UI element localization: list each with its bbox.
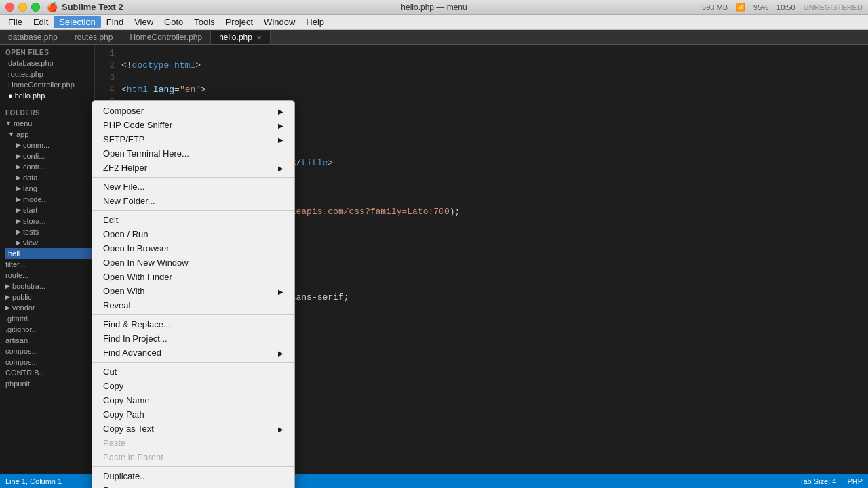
folder-start[interactable]: ▶start <box>11 205 94 216</box>
unregistered-badge: UNREGISTERED <box>804 3 863 12</box>
chevron-right-icon: ▶ <box>16 239 21 246</box>
chevron-right-icon: ▶ <box>16 185 21 192</box>
ctx-open-in-new-window[interactable]: Open In New Window <box>92 256 294 270</box>
sidebar-file-hello[interactable]: ● hello.php <box>0 90 94 101</box>
folder-comm[interactable]: ▶comm... <box>11 140 94 150</box>
file-contributing[interactable]: CONTRIB... <box>0 367 94 378</box>
tabs-bar: database.php routes.php HomeController.p… <box>0 30 868 45</box>
traffic-lights[interactable] <box>5 3 40 12</box>
chevron-right-icon: ▶ <box>16 163 21 170</box>
folder-lang[interactable]: ▶lang <box>11 183 94 194</box>
ctx-reveal[interactable]: Reveal <box>92 298 294 312</box>
file-phpunit[interactable]: phpunit... <box>0 378 94 389</box>
file-hello-active[interactable]: hell <box>5 248 94 259</box>
folder-tree-app: ▶comm... ▶confi... ▶contr... ▶data... ▶l… <box>11 140 94 248</box>
folder-app[interactable]: ▼ app <box>5 129 94 140</box>
folder-tests[interactable]: ▶tests <box>11 226 94 237</box>
menu-tools[interactable]: Tools <box>189 16 220 28</box>
tab-database-php[interactable]: database.php <box>0 30 66 44</box>
menu-window[interactable]: Window <box>258 16 300 28</box>
file-route[interactable]: route... <box>0 270 94 281</box>
ctx-composer[interactable]: Composer <box>92 104 294 118</box>
ctx-find-replace[interactable]: Find & Replace... <box>92 317 294 331</box>
ctx-new-file[interactable]: New File... <box>92 180 294 194</box>
app-name: Sublime Text 2 <box>62 2 123 12</box>
chevron-right-icon: ▶ <box>5 304 10 311</box>
file-gitattributes[interactable]: .gitattri... <box>0 313 94 324</box>
file-composer1[interactable]: compos... <box>0 346 94 357</box>
menu-edit[interactable]: Edit <box>28 16 54 28</box>
ctx-open-with[interactable]: Open With <box>92 284 294 298</box>
chevron-right-icon: ▶ <box>5 283 10 289</box>
folder-bootstrap[interactable]: ▶bootstra... <box>0 281 94 291</box>
submenu-arrow-icon <box>278 163 283 173</box>
ctx-sftp-ftp[interactable]: SFTP/FTP <box>92 132 294 146</box>
menu-file[interactable]: File <box>3 16 28 28</box>
ctx-new-folder[interactable]: New Folder... <box>92 194 294 208</box>
ctx-copy[interactable]: Copy <box>92 379 294 393</box>
menu-selection[interactable]: Selection <box>54 16 100 28</box>
maximize-button[interactable] <box>31 3 40 12</box>
chevron-right-icon: ▶ <box>16 207 21 214</box>
chevron-right-icon: ▶ <box>16 152 21 159</box>
ctx-copy-as-text[interactable]: Copy as Text <box>92 422 294 436</box>
folder-public[interactable]: ▶public <box>0 291 94 302</box>
ctx-find-advanced[interactable]: Find Advanced <box>92 346 294 360</box>
tab-size-label[interactable]: Tab Size: 4 <box>800 477 836 485</box>
folder-view[interactable]: ▶view... <box>11 237 94 248</box>
ctx-open-in-browser[interactable]: Open In Browser <box>92 241 294 256</box>
ctx-open-run[interactable]: Open / Run <box>92 227 294 241</box>
menu-help[interactable]: Help <box>300 16 330 28</box>
chevron-right-icon: ▶ <box>16 196 21 203</box>
ctx-duplicate[interactable]: Duplicate... <box>92 469 294 483</box>
folder-menu[interactable]: ▼ menu <box>0 118 94 129</box>
ctx-sep-1 <box>92 177 294 178</box>
close-button[interactable] <box>5 3 14 12</box>
tab-close-icon[interactable]: ✕ <box>256 34 262 41</box>
minimize-button[interactable] <box>18 3 27 12</box>
tab-routes-php[interactable]: routes.php <box>66 30 122 44</box>
folder-config[interactable]: ▶confi... <box>11 150 94 161</box>
menu-goto[interactable]: Goto <box>159 16 189 28</box>
menu-find[interactable]: Find <box>101 16 129 28</box>
ctx-sep-2 <box>92 210 294 211</box>
language-label[interactable]: PHP <box>847 477 863 485</box>
ctx-edit[interactable]: Edit <box>92 213 294 227</box>
file-composer2[interactable]: compos... <box>0 357 94 367</box>
app-icon: 🍎 <box>47 2 58 12</box>
file-gitignore[interactable]: .gitignor... <box>0 324 94 335</box>
folder-contr[interactable]: ▶contr... <box>11 161 94 172</box>
sidebar-file-homecontroller[interactable]: HomeController.php <box>0 79 94 90</box>
menubar: File Edit Selection Find View Goto Tools… <box>0 15 868 30</box>
tab-homecontroller-php[interactable]: HomeController.php <box>121 30 211 44</box>
ctx-zf2-helper[interactable]: ZF2 Helper <box>92 161 294 175</box>
folder-data[interactable]: ▶data... <box>11 172 94 183</box>
ctx-copy-path[interactable]: Copy Path <box>92 407 294 422</box>
chevron-down-icon: ▼ <box>5 120 12 127</box>
tab-hello-php[interactable]: hello.php ✕ <box>211 30 271 44</box>
menu-view[interactable]: View <box>129 16 159 28</box>
file-filter[interactable]: filter... <box>0 259 94 270</box>
ctx-cut[interactable]: Cut <box>92 365 294 379</box>
window-title: hello.php — menu <box>401 3 467 12</box>
folder-stora[interactable]: ▶stora... <box>11 216 94 226</box>
ctx-paste-in-parent: Paste in Parent <box>92 450 294 464</box>
submenu-arrow-icon <box>278 120 283 130</box>
submenu-arrow-icon <box>278 286 283 296</box>
file-artisan[interactable]: artisan <box>0 335 94 346</box>
ctx-sep-4 <box>92 362 294 363</box>
ctx-open-terminal[interactable]: Open Terminal Here... <box>92 146 294 161</box>
menu-project[interactable]: Project <box>220 16 258 28</box>
folder-vendor[interactable]: ▶vendor <box>0 302 94 313</box>
folder-mode[interactable]: ▶mode... <box>11 194 94 205</box>
ctx-open-with-finder[interactable]: Open With Finder <box>92 270 294 284</box>
ctx-find-in-project[interactable]: Find In Project... <box>92 331 294 346</box>
sidebar-file-database[interactable]: database.php <box>0 58 94 68</box>
ctx-copy-name[interactable]: Copy Name <box>92 393 294 407</box>
chevron-right-icon: ▶ <box>16 142 21 148</box>
titlebar-right: 593 MB 📶 95% 10:50 UNREGISTERED <box>702 3 863 12</box>
ctx-rename[interactable]: Rename... <box>92 483 294 488</box>
ctx-php-code-sniffer[interactable]: PHP Code Sniffer <box>92 118 294 132</box>
memory-label: 593 MB <box>702 3 728 12</box>
sidebar-file-routes[interactable]: routes.php <box>0 68 94 79</box>
